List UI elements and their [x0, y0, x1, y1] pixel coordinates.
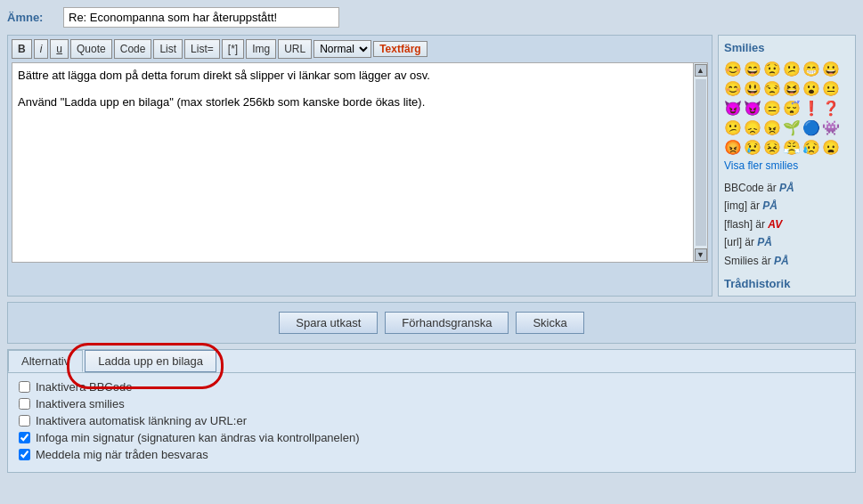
tabs-row: Alternativ Ladda upp en bilaga	[8, 350, 855, 373]
smiley[interactable]: 😣	[763, 138, 781, 156]
scroll-down-arrow[interactable]: ▼	[695, 248, 707, 261]
smilies-grid: 😊 😄 😟 😕 😁 😀 😊 😃 😒 😆 😮 😐 😈 😈 😑 😴 ❗	[724, 60, 850, 156]
smiley[interactable]: 🔵	[802, 118, 820, 136]
smiley[interactable]: 😢	[744, 138, 761, 156]
option-smilies-checkbox[interactable]	[19, 398, 30, 410]
smiley[interactable]: 😤	[783, 138, 801, 156]
submit-button[interactable]: Skicka	[516, 312, 583, 334]
option-url-label: Inaktivera automatisk länkning av URL:er	[36, 414, 247, 427]
smilies-panel: Smilies 😊 😄 😟 😕 😁 😀 😊 😃 😒 😆 😮 😐 😈 😈	[718, 35, 856, 297]
smiley[interactable]: 😊	[724, 79, 742, 97]
smiley[interactable]: 😒	[763, 79, 781, 97]
smiley[interactable]: 😄	[744, 60, 761, 77]
scrollbar[interactable]: ▲ ▼	[693, 63, 707, 262]
flash-status: AV	[768, 218, 782, 231]
editor-wrapper: Bättre att lägga dom på detta forum dire…	[12, 62, 708, 263]
img-button[interactable]: Img	[246, 39, 276, 59]
smiley[interactable]: ❓	[822, 99, 840, 117]
option-notify-checkbox[interactable]	[19, 449, 30, 460]
preview-button[interactable]: Förhandsgranska	[385, 312, 509, 334]
smiley[interactable]: 😟	[763, 60, 781, 77]
option-row-3: Inaktivera automatisk länkning av URL:er	[19, 414, 844, 427]
textfarg-button[interactable]: Textfärg	[373, 41, 427, 57]
option-signature-checkbox[interactable]	[19, 432, 30, 443]
bottom-panel: Alternativ Ladda upp en bilaga Inaktiver…	[7, 349, 856, 473]
smilies-status: PÅ	[774, 255, 789, 267]
main-textarea[interactable]: Bättre att lägga dom på detta forum dire…	[12, 63, 707, 259]
italic-button[interactable]: i	[34, 39, 49, 59]
smiley[interactable]: 😆	[783, 79, 801, 97]
buttons-row: Spara utkast Förhandsgranska Skicka	[7, 302, 856, 344]
bold-button[interactable]: B	[12, 39, 32, 59]
url-button[interactable]: URL	[278, 39, 312, 59]
options-content: Inaktivera BBCode Inaktivera smilies Ina…	[8, 373, 855, 472]
tab-upload[interactable]: Ladda upp en bilaga	[85, 350, 216, 372]
smiley[interactable]: 😮	[802, 79, 820, 97]
option-url-checkbox[interactable]	[19, 415, 30, 427]
subject-input[interactable]	[63, 7, 339, 28]
bbcode-row: BBCode är PÅ	[724, 179, 850, 197]
subject-label: Ämne:	[7, 11, 56, 24]
url-status: PÅ	[757, 236, 772, 248]
scroll-up-arrow[interactable]: ▲	[695, 64, 707, 77]
smiley[interactable]: 😁	[802, 60, 820, 77]
smiley[interactable]: 😡	[724, 138, 742, 156]
smiley[interactable]: 😕	[783, 60, 801, 77]
url-row: [url] är PÅ	[724, 233, 850, 251]
code-button[interactable]: Code	[114, 39, 152, 59]
option-smilies-label: Inaktivera smilies	[36, 397, 125, 411]
smiley[interactable]: 😃	[744, 79, 761, 97]
scroll-thumb	[696, 79, 706, 246]
img-row: [img] är PÅ	[724, 197, 850, 215]
option-row-2: Inaktivera smilies	[19, 397, 844, 411]
smiley[interactable]: ❗	[802, 99, 820, 117]
tab-alternativ[interactable]: Alternativ	[8, 350, 83, 372]
upload-tab-wrapper: Ladda upp en bilaga	[85, 350, 218, 372]
bbcode-status: PÅ	[779, 182, 794, 194]
smiley[interactable]: 😕	[724, 118, 742, 136]
option-row-4: Infoga min signatur (signaturen kan ändr…	[19, 431, 844, 444]
smiley[interactable]: 😠	[763, 118, 781, 136]
list-equals-button[interactable]: List=	[184, 39, 220, 59]
option-signature-label: Infoga min signatur (signaturen kan ändr…	[36, 431, 360, 444]
flash-row: [flash] är AV	[724, 215, 850, 233]
smilies-row: Smilies är PÅ	[724, 252, 850, 270]
smiley[interactable]: 😴	[783, 99, 801, 117]
img-status: PÅ	[762, 199, 778, 212]
asterisk-button[interactable]: [*]	[222, 39, 244, 59]
smilies-title: Smilies	[724, 41, 850, 54]
list-button[interactable]: List	[153, 39, 183, 59]
bbcode-info: BBCode är PÅ [img] är PÅ [flash] är AV […	[724, 179, 850, 270]
option-row-5: Meddela mig när tråden besvaras	[19, 448, 844, 461]
smiley[interactable]: 😥	[802, 138, 820, 156]
smiley[interactable]: 🌱	[783, 118, 801, 136]
smiley[interactable]: 😊	[724, 60, 742, 77]
smiley[interactable]: 😈	[724, 99, 742, 117]
smiley[interactable]: 😑	[763, 99, 781, 117]
quote-button[interactable]: Quote	[70, 39, 112, 59]
option-notify-label: Meddela mig när tråden besvaras	[36, 448, 208, 461]
smiley[interactable]: 😐	[822, 79, 840, 97]
toolbar: B i u Quote Code List List= [*] Img URL …	[12, 39, 708, 59]
option-bbcode-checkbox[interactable]	[19, 381, 30, 393]
option-bbcode-label: Inaktivera BBCode	[36, 380, 132, 394]
smiley[interactable]: 👾	[822, 118, 840, 136]
smiley[interactable]: 😈	[744, 99, 761, 117]
thread-history-title: Trådhistorik	[724, 277, 850, 290]
smiley[interactable]: 😞	[744, 118, 761, 136]
more-smilies-link[interactable]: Visa fler smilies	[724, 159, 850, 172]
smiley[interactable]: 😦	[822, 138, 840, 156]
underline-button[interactable]: u	[50, 39, 69, 59]
smiley[interactable]: 😀	[822, 60, 840, 77]
normal-select[interactable]: Normal	[313, 40, 371, 58]
save-draft-button[interactable]: Spara utkast	[279, 312, 378, 334]
option-row-1: Inaktivera BBCode	[19, 380, 844, 394]
